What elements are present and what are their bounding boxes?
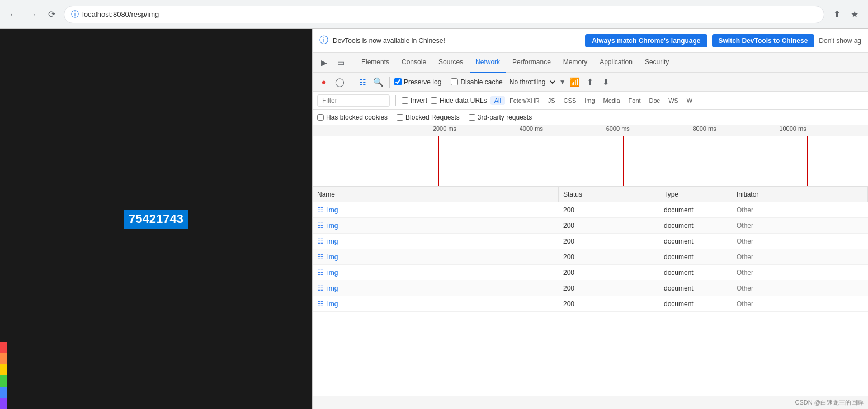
table-row[interactable]: ☷ img 200 document Other (313, 280, 868, 296)
forward-button[interactable]: → (26, 8, 39, 21)
cancel-button[interactable]: ◯ (333, 75, 346, 89)
hide-data-urls-checkbox[interactable] (431, 97, 437, 104)
has-blocked-cookies-text: Has blocked cookies (326, 113, 388, 121)
th-status[interactable]: Status (559, 187, 659, 202)
table-header: Name Status Type Initiator (313, 187, 868, 202)
has-blocked-cookies-label[interactable]: Has blocked cookies (317, 113, 388, 121)
td-name-text-3: img (327, 253, 338, 261)
switch-devtools-button[interactable]: Switch DevTools to Chinese (712, 34, 815, 47)
filter-icon-btn[interactable]: ☷ (356, 75, 369, 89)
status-bar-watermark: CSDN @白速龙王的回眸 (795, 398, 864, 407)
invert-label[interactable]: Invert (402, 97, 427, 104)
ruler-marks: 2000 ms 4000 ms 6000 ms 8000 ms 10000 ms (346, 125, 868, 136)
preserve-log-label[interactable]: Preserve log (394, 78, 441, 86)
back-button[interactable]: ← (7, 8, 20, 21)
filter-ws-btn[interactable]: WS (664, 96, 682, 105)
preserve-log-checkbox[interactable] (394, 78, 402, 85)
filter-all-btn[interactable]: All (490, 96, 505, 105)
table-row[interactable]: ☷ img 200 document Other (313, 218, 868, 234)
network-table: Name Status Type Initiator ☷ img 200 doc… (313, 187, 868, 396)
blocked-requests-label[interactable]: Blocked Requests (397, 113, 460, 121)
download-icon-btn[interactable]: ⬇ (600, 75, 613, 89)
address-bar[interactable]: ⓘ localhost:8080/resp/img (64, 6, 824, 23)
share-button[interactable]: ⬆ (830, 8, 843, 21)
hide-data-urls-label[interactable]: Hide data URLs (431, 97, 487, 104)
notification-text: DevTools is now available in Chinese! (333, 37, 581, 45)
hide-data-urls-text: Hide data URLs (440, 97, 487, 104)
tab-sources[interactable]: Sources (433, 53, 469, 73)
td-type-5: document (659, 280, 732, 296)
filter-media-btn[interactable]: Media (600, 96, 624, 105)
tab-application[interactable]: Application (594, 53, 638, 73)
td-name-3: ☷ img (313, 249, 559, 264)
filter-font-btn[interactable]: Font (625, 96, 645, 105)
table-row[interactable]: ☷ img 200 document Other (313, 249, 868, 265)
search-button[interactable]: 🔍 (371, 75, 385, 89)
bookmark-button[interactable]: ★ (848, 8, 861, 21)
table-row[interactable]: ☷ img 200 document Other (313, 234, 868, 249)
toolbar-divider-1 (351, 77, 351, 88)
table-row[interactable]: ☷ img 200 document Other (313, 265, 868, 280)
td-type-2: document (659, 234, 732, 249)
devtools-tabs: ▶ ▭ Elements Console Sources Network Per… (313, 53, 868, 73)
dont-show-button[interactable]: Don't show ag (819, 37, 861, 45)
doc-icon-4: ☷ (317, 268, 324, 277)
invert-checkbox[interactable] (402, 97, 408, 104)
timeline-vline-5 (807, 136, 808, 187)
filter-js-btn[interactable]: JS (544, 96, 559, 105)
reload-button[interactable]: ⟳ (45, 8, 58, 21)
doc-icon-1: ☷ (317, 221, 324, 230)
ruler-mark-8000: 8000 ms (693, 125, 716, 132)
device-toolbar-icon[interactable]: ▭ (333, 55, 348, 70)
ruler-mark-6000: 6000 ms (606, 125, 630, 132)
table-row[interactable]: ☷ img 200 document Other (313, 202, 868, 218)
record-button[interactable]: ● (317, 75, 331, 89)
th-type[interactable]: Type (659, 187, 732, 202)
toolbar-divider-3 (446, 77, 446, 88)
th-name[interactable]: Name (313, 187, 559, 202)
tab-console[interactable]: Console (396, 53, 432, 73)
color-bar-yellow (0, 364, 7, 375)
td-type-1: document (659, 218, 732, 233)
timeline-area: 2000 ms 4000 ms 6000 ms 8000 ms 10000 ms (313, 125, 868, 187)
filter-input[interactable] (317, 94, 390, 107)
ruler-mark-10000: 10000 ms (779, 125, 806, 132)
table-row[interactable]: ☷ img 200 document Other (313, 296, 868, 312)
td-status-0: 200 (559, 202, 659, 217)
cursor-icon[interactable]: ▶ (316, 55, 332, 70)
tab-network[interactable]: Network (470, 53, 506, 73)
tab-elements[interactable]: Elements (356, 53, 395, 73)
notification-info-icon: ⓘ (319, 35, 328, 46)
blocked-row: Has blocked cookies Blocked Requests 3rd… (313, 110, 868, 125)
td-type-3: document (659, 249, 732, 264)
third-party-checkbox[interactable] (469, 114, 475, 121)
timeline-vline-3 (623, 136, 624, 187)
tab-performance[interactable]: Performance (507, 53, 556, 73)
throttle-select[interactable]: No throttling (505, 77, 557, 88)
main-content: 75421743 ⓘ DevTools is now available in … (0, 29, 868, 409)
filter-css-btn[interactable]: CSS (560, 96, 581, 105)
disable-cache-label[interactable]: Disable cache (451, 78, 502, 86)
filter-img-btn[interactable]: Img (581, 96, 598, 105)
td-name-0: ☷ img (313, 202, 559, 217)
devtools-toolbar: ● ◯ ☷ 🔍 Preserve log Disable cache No th… (313, 73, 868, 92)
has-blocked-cookies-checkbox[interactable] (317, 114, 324, 121)
filter-divider (395, 95, 396, 106)
disable-cache-checkbox[interactable] (451, 78, 458, 85)
always-match-button[interactable]: Always match Chrome's language (585, 34, 707, 47)
doc-icon-6: ☷ (317, 299, 324, 308)
th-initiator[interactable]: Initiator (732, 187, 868, 202)
color-bar-green (0, 375, 7, 387)
upload-icon-btn[interactable]: ⬆ (584, 75, 597, 89)
td-type-4: document (659, 265, 732, 280)
filter-doc-btn[interactable]: Doc (645, 96, 664, 105)
blocked-requests-checkbox[interactable] (397, 114, 403, 121)
tab-security[interactable]: Security (639, 53, 674, 73)
filter-fetch-xhr-btn[interactable]: Fetch/XHR (506, 96, 544, 105)
filter-w-btn[interactable]: W (683, 96, 696, 105)
tab-memory[interactable]: Memory (558, 53, 593, 73)
url-text: localhost:8080/resp/img (82, 10, 159, 18)
third-party-requests-label[interactable]: 3rd-party requests (469, 113, 532, 121)
color-bar-purple (0, 398, 7, 409)
wifi-icon-btn[interactable]: 📶 (568, 75, 582, 89)
